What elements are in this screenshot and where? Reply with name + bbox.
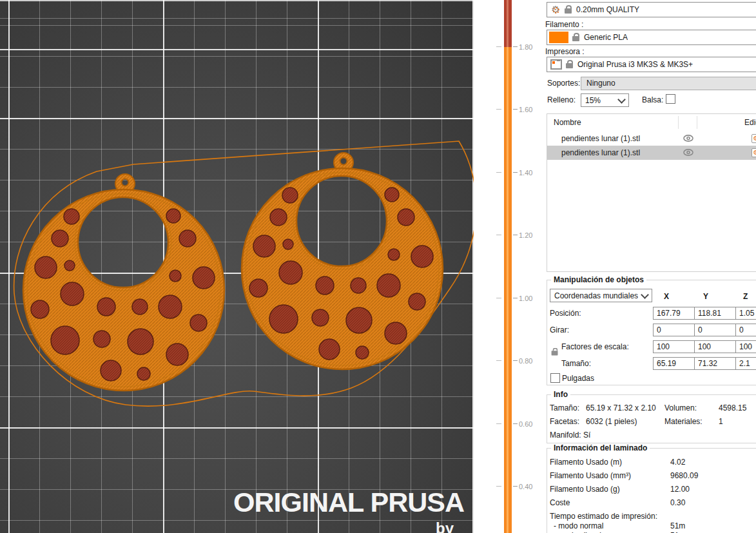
edit-object-icon[interactable]: ⚙ [751, 148, 756, 157]
sliced-info-title: Información del laminado [551, 443, 650, 452]
bed-3d-view[interactable]: ORIGINAL PRUSA by [0, 0, 474, 533]
rotate-z-input[interactable] [735, 324, 756, 336]
filament-m-label: Filamento Usado (m) [550, 458, 622, 467]
manipulation-groupbox: Manipulación de objetos Coordenadas mund… [547, 280, 756, 385]
name-column-header[interactable]: Nombre [554, 118, 581, 127]
printer-value: Original Prusa i3 MK3S & MK3S+ [577, 60, 693, 69]
sliced-info-groupbox: Información del laminado Filamento Usado… [547, 448, 756, 533]
scale-lock-icon[interactable] [552, 348, 559, 356]
object-row[interactable]: pendientes lunar (1).stl ⚙ [547, 131, 756, 146]
ruler-tick: 1.40 [495, 169, 545, 177]
normal-mode-label: - modo normal [554, 521, 603, 530]
size-y-input[interactable] [694, 357, 736, 370]
print-profile-value: 0.20mm QUALITY [576, 5, 639, 14]
gear-icon: ⚙ [550, 5, 561, 15]
filament-value: Generic PLA [584, 33, 628, 42]
info-facets-label: Facetas: [550, 417, 579, 426]
info-facets-value: 6032 (1 pieles) [586, 417, 637, 426]
raft-label: Balsa: [642, 95, 663, 104]
size-label: Tamaño: [561, 359, 591, 368]
ruler-tick: 0.40 [495, 483, 545, 490]
eye-icon[interactable] [683, 135, 693, 142]
bed-watermark: ORIGINAL PRUSA [219, 488, 464, 516]
ruler-tick: 0.60 [495, 420, 545, 428]
column-separator [678, 116, 679, 129]
axis-header-z: Z [743, 292, 748, 301]
inches-checkbox[interactable] [550, 373, 560, 383]
manipulation-title: Manipulación de objetos [551, 275, 646, 284]
column-separator [697, 116, 697, 129]
layer-slider-stripe [507, 0, 509, 533]
info-size-value: 65.19 x 71.32 x 2.10 [586, 403, 656, 412]
settings-panel: ⚙ 0.20mm QUALITY Filamento : Generic PLA… [545, 0, 756, 533]
info-manifold: Manifold: Sí [550, 431, 590, 440]
coordinate-system-value: Coordenadas mundiales [554, 291, 638, 300]
ruler-tick: 1.80 [495, 43, 545, 51]
edit-column-header[interactable]: Edic [744, 118, 756, 127]
info-volume-label: Volumen: [664, 403, 697, 412]
coordinate-system-dropdown[interactable]: Coordenadas mundiales [550, 289, 652, 302]
filament-combo[interactable]: Generic PLA [547, 30, 756, 45]
infill-dropdown[interactable]: 15% [581, 93, 629, 107]
lock-icon [565, 5, 572, 14]
ruler-label: 0.80 [519, 357, 532, 365]
model-object-left[interactable] [23, 174, 224, 391]
info-volume-value: 4598.15 [719, 403, 746, 412]
rotate-x-input[interactable] [653, 324, 695, 336]
object-list-header: Nombre Edic [547, 114, 756, 131]
printer-icon [550, 59, 562, 70]
layer-slider-bar[interactable] [504, 0, 512, 533]
bed-watermark-by: by [436, 519, 454, 533]
supports-value: Ninguno [586, 79, 615, 88]
raft-checkbox[interactable] [666, 94, 675, 104]
filament-color-swatch [549, 32, 568, 43]
object-list: Nombre Edic pendientes lunar (1).stl ⚙ p… [547, 113, 756, 272]
printer-section-label: Impresora : [545, 47, 585, 56]
model-object-right[interactable] [242, 153, 443, 369]
model-canvas[interactable] [0, 0, 474, 533]
position-x-input[interactable] [653, 307, 695, 320]
position-label: Posición: [550, 309, 581, 318]
position-y-input[interactable] [694, 307, 736, 320]
size-z-input[interactable] [735, 357, 756, 370]
lock-icon [566, 60, 574, 69]
info-size-label: Tamaño: [550, 403, 579, 412]
scale-y-input[interactable] [694, 340, 736, 353]
object-row-selected[interactable]: pendientes lunar (1).stl ⚙ [547, 146, 756, 160]
axis-header-y: Y [703, 292, 708, 301]
size-x-input[interactable] [653, 357, 695, 370]
scale-z-input[interactable] [735, 340, 756, 353]
rotate-y-input[interactable] [694, 324, 736, 336]
edit-object-icon[interactable]: ⚙ [751, 134, 756, 143]
chevron-down-icon [641, 291, 649, 299]
cost-label: Coste [550, 498, 570, 507]
infill-label: Relleno: [547, 95, 576, 104]
axis-header-x: X [664, 292, 669, 301]
lock-icon [572, 33, 580, 42]
print-time-label: Tiempo estimado de impresión: [550, 512, 657, 521]
printer-combo[interactable]: Original Prusa i3 MK3S & MK3S+ [547, 57, 756, 72]
info-title: Info [551, 390, 570, 399]
ruler-label: 1.60 [519, 106, 532, 113]
normal-mode-value: 51m [670, 521, 685, 530]
supports-label: Soportes: [547, 79, 580, 88]
filament-m-value: 4.02 [670, 458, 685, 467]
ruler-tick: 1.20 [495, 231, 545, 239]
supports-dropdown[interactable]: Ninguno [581, 77, 756, 90]
ruler-label: 1.20 [519, 231, 532, 239]
cost-value: 0.30 [670, 498, 685, 507]
info-groupbox: Info Tamaño: 65.19 x 71.32 x 2.10 Volume… [547, 394, 756, 443]
ruler-tick: 0.80 [495, 357, 545, 365]
position-z-input[interactable] [735, 307, 756, 320]
info-materials-label: Materiales: [664, 417, 703, 426]
ruler-label: 1.40 [519, 169, 532, 177]
ruler-label: 0.60 [519, 420, 532, 428]
object-name: pendientes lunar (1).stl [561, 134, 640, 143]
ruler-tick: 1.60 [495, 106, 545, 113]
info-materials-value: 1 [719, 417, 723, 426]
ruler-label: 1.00 [519, 295, 532, 302]
scale-x-input[interactable] [653, 340, 695, 353]
print-profile-combo[interactable]: ⚙ 0.20mm QUALITY [547, 2, 756, 17]
infill-value: 15% [585, 96, 601, 105]
eye-icon[interactable] [683, 149, 693, 156]
